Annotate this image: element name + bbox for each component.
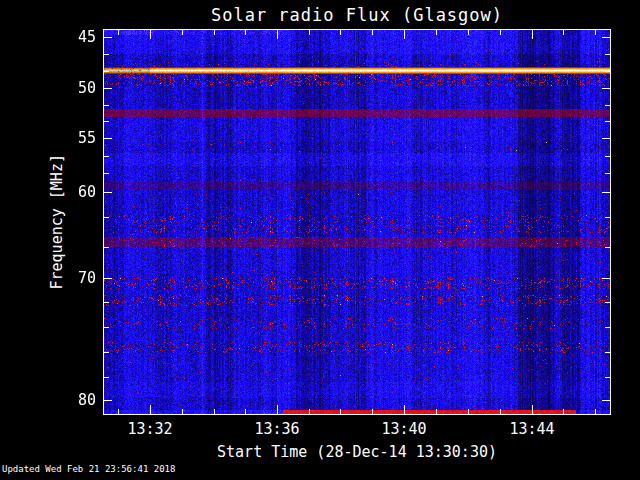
x-minor-tick — [500, 409, 501, 414]
x-major-tick-top — [150, 30, 151, 39]
y-tick-label: 50 — [58, 79, 96, 97]
y-minor-tick — [104, 156, 109, 157]
x-minor-tick — [245, 409, 246, 414]
y-tick-label: 70 — [58, 269, 96, 287]
x-minor-tick-top — [118, 30, 119, 35]
y-minor-tick — [104, 217, 109, 218]
y-minor-tick — [104, 302, 109, 303]
x-axis-label: Start Time (28-Dec-14 13:30:30) — [104, 443, 610, 461]
y-minor-tick-right — [605, 121, 610, 122]
y-minor-tick — [104, 54, 109, 55]
x-major-tick — [150, 405, 151, 414]
x-tick-label: 13:40 — [372, 420, 436, 438]
y-minor-tick-right — [605, 247, 610, 248]
y-major-tick-right — [602, 278, 610, 279]
y-major-tick-right — [602, 192, 610, 193]
y-major-tick — [104, 88, 112, 89]
x-minor-tick-top — [214, 30, 215, 35]
y-major-tick — [104, 278, 112, 279]
y-major-tick-right — [602, 400, 610, 401]
y-minor-tick — [104, 71, 109, 72]
y-minor-tick-right — [605, 327, 610, 328]
x-minor-tick — [372, 409, 373, 414]
y-minor-tick-right — [605, 377, 610, 378]
y-minor-tick — [104, 173, 109, 174]
y-major-tick-right — [602, 88, 610, 89]
y-tick-label: 80 — [58, 391, 96, 409]
x-minor-tick — [182, 409, 183, 414]
plot-frame — [103, 29, 611, 415]
y-minor-tick — [104, 352, 109, 353]
x-tick-label: 13:32 — [118, 420, 182, 438]
y-minor-tick-right — [605, 302, 610, 303]
y-tick-label: 55 — [58, 129, 96, 147]
x-major-tick — [404, 405, 405, 414]
y-tick-label: 45 — [58, 28, 96, 46]
y-minor-tick-right — [605, 352, 610, 353]
x-major-tick-top — [404, 30, 405, 39]
y-major-tick-right — [602, 37, 610, 38]
x-minor-tick-top — [340, 30, 341, 35]
x-minor-tick — [214, 409, 215, 414]
y-minor-tick — [104, 327, 109, 328]
x-tick-label: 13:36 — [245, 420, 309, 438]
x-minor-tick — [309, 409, 310, 414]
y-major-tick — [104, 37, 112, 38]
x-minor-tick-top — [595, 30, 596, 35]
y-minor-tick — [104, 247, 109, 248]
x-major-tick-top — [532, 30, 533, 39]
x-minor-tick — [436, 409, 437, 414]
y-minor-tick — [104, 377, 109, 378]
x-minor-tick — [563, 409, 564, 414]
y-minor-tick-right — [605, 156, 610, 157]
y-minor-tick — [104, 121, 109, 122]
x-minor-tick — [118, 409, 119, 414]
x-minor-tick-top — [500, 30, 501, 35]
x-minor-tick — [595, 409, 596, 414]
y-major-tick-right — [602, 138, 610, 139]
y-tick-label: 60 — [58, 183, 96, 201]
x-minor-tick-top — [245, 30, 246, 35]
x-major-tick — [277, 405, 278, 414]
x-minor-tick-top — [563, 30, 564, 35]
x-minor-tick-top — [182, 30, 183, 35]
y-minor-tick-right — [605, 71, 610, 72]
x-major-tick — [532, 405, 533, 414]
y-minor-tick-right — [605, 217, 610, 218]
y-minor-tick-right — [605, 54, 610, 55]
x-minor-tick-top — [309, 30, 310, 35]
y-minor-tick-right — [605, 173, 610, 174]
updated-timestamp: Updated Wed Feb 21 23:56:41 2018 — [2, 464, 175, 474]
x-minor-tick-top — [372, 30, 373, 35]
x-tick-label: 13:44 — [500, 420, 564, 438]
x-minor-tick-top — [468, 30, 469, 35]
y-major-tick — [104, 138, 112, 139]
x-minor-tick — [468, 409, 469, 414]
x-minor-tick-top — [436, 30, 437, 35]
spectrogram-screen: Solar radio Flux (Glasgow) Frequency [MH… — [0, 0, 640, 480]
chart-title: Solar radio Flux (Glasgow) — [104, 5, 610, 25]
x-major-tick-top — [277, 30, 278, 39]
y-major-tick — [104, 192, 112, 193]
y-major-tick — [104, 400, 112, 401]
x-minor-tick — [340, 409, 341, 414]
y-minor-tick-right — [605, 105, 610, 106]
y-minor-tick — [104, 105, 109, 106]
